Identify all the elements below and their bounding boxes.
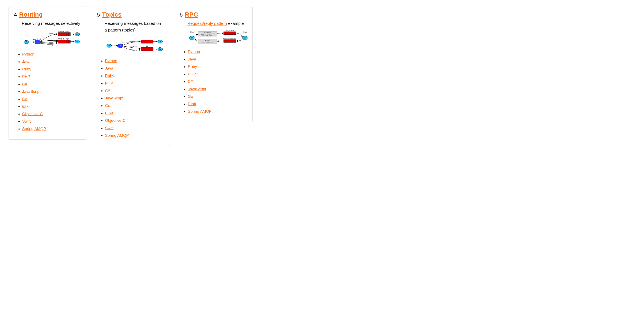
card-title-link[interactable]: Topics	[102, 11, 122, 18]
list-item: JavaScript	[188, 87, 247, 91]
card-title-link[interactable]: RPC	[185, 11, 198, 18]
rpc-queue-label: rpc_queue	[226, 30, 234, 32]
card-number: 6	[180, 12, 183, 18]
card-heading: 6 RPC	[180, 11, 247, 18]
lang-link-go[interactable]: Go	[105, 103, 110, 108]
lang-link-swift[interactable]: Swift	[22, 119, 31, 124]
list-item: PHP	[105, 81, 164, 86]
lang-link-csharp[interactable]: C#	[105, 88, 110, 93]
list-item: Python	[105, 58, 164, 63]
request-title: Request	[204, 31, 211, 33]
card-description: Request/reply pattern example	[188, 20, 247, 27]
language-list: Python Java Ruby PHP C# JavaScript Go El…	[184, 50, 247, 114]
producer-label: P	[26, 41, 27, 43]
lang-link-go[interactable]: Go	[22, 97, 27, 101]
request-reply-pattern-link[interactable]: Request/reply pattern	[188, 21, 227, 26]
lang-link-java[interactable]: Java	[22, 60, 30, 64]
lang-link-php[interactable]: PHP	[105, 81, 113, 85]
list-item: Python	[22, 52, 82, 56]
lang-link-spring-amqp[interactable]: Spring AMQP	[188, 109, 212, 114]
list-item: Swift	[22, 119, 82, 124]
diagram-rpc: Client C Server S Request reply_to=amqp.…	[188, 30, 247, 46]
lang-link-javascript[interactable]: JavaScript	[188, 87, 206, 91]
lang-link-spring-amqp[interactable]: Spring AMQP	[105, 133, 129, 138]
list-item: Spring AMQP	[188, 109, 247, 114]
language-list: Python Java Ruby PHP C# JavaScript Go El…	[101, 58, 164, 138]
diagram-topics: P X type=topic Q1 *.orange.* C₁ Q2	[104, 36, 164, 55]
binding-label: info	[50, 39, 53, 41]
client-label: Client	[190, 31, 194, 33]
list-item: Ruby	[22, 67, 82, 72]
server-node-label: S	[244, 37, 246, 39]
lang-link-swift[interactable]: Swift	[105, 126, 114, 130]
exchange-type-label: type=topic	[122, 41, 129, 43]
lang-link-ruby[interactable]: Ruby	[105, 74, 114, 78]
card-description: Receiving messages selectively	[22, 20, 82, 27]
lang-link-objective-c[interactable]: Objective-C	[22, 112, 43, 116]
binding-label: warning	[47, 44, 53, 46]
list-item: Go	[22, 97, 82, 101]
queue-name: amqp.gen-Ag1...	[58, 38, 70, 40]
lang-link-javascript[interactable]: JavaScript	[22, 89, 40, 94]
lang-link-java[interactable]: Java	[188, 57, 196, 61]
lang-link-elixir[interactable]: Elixir	[22, 104, 31, 108]
lang-link-go[interactable]: Go	[188, 94, 193, 98]
list-item: PHP	[22, 74, 82, 79]
card-number: 5	[97, 12, 100, 18]
list-item: Go	[105, 103, 164, 108]
lang-link-csharp[interactable]: C#	[22, 82, 27, 86]
list-item: Elixir	[188, 102, 247, 106]
card-topics: 5 Topics Receiving messages based on a p…	[91, 6, 170, 146]
list-item: Java	[188, 57, 247, 62]
server-label: Server	[242, 31, 248, 33]
lang-link-php[interactable]: PHP	[188, 72, 196, 76]
diagram-routing: P type=direct X amqp.gen-S9b... error C₁	[22, 30, 82, 49]
consumer-label: C₂	[159, 48, 161, 50]
lang-link-spring-amqp[interactable]: Spring AMQP	[22, 126, 46, 131]
description-suffix: example	[227, 21, 244, 26]
list-item: Elixir	[22, 104, 82, 109]
lang-link-python[interactable]: Python	[105, 58, 117, 63]
list-item: Ruby	[105, 74, 164, 78]
list-item: Java	[105, 66, 164, 71]
list-item: Objective-C	[105, 118, 164, 123]
lang-link-php[interactable]: PHP	[22, 74, 30, 79]
list-item: Elixir	[105, 111, 164, 116]
consumer-label: C₁	[76, 33, 78, 35]
list-item: Swift	[105, 126, 164, 130]
list-item: Spring AMQP	[105, 133, 164, 138]
lang-link-java[interactable]: Java	[105, 66, 113, 70]
list-item: JavaScript	[22, 89, 82, 94]
exchange-type-label: type=direct	[32, 38, 41, 40]
producer-label: P	[108, 45, 110, 47]
card-number: 4	[14, 12, 17, 18]
binding-label: error	[49, 32, 53, 34]
lang-link-ruby[interactable]: Ruby	[22, 67, 31, 71]
lang-link-ruby[interactable]: Ruby	[188, 64, 197, 69]
list-item: PHP	[188, 72, 247, 76]
request-line2: correlation_id=abc	[202, 35, 212, 36]
client-node-label: C	[191, 37, 193, 39]
lang-link-csharp[interactable]: C#	[188, 79, 193, 84]
lang-link-javascript[interactable]: JavaScript	[105, 96, 124, 100]
queue-name: Q1	[146, 38, 148, 40]
list-item: Go	[188, 94, 247, 99]
lang-link-elixir[interactable]: Elixir	[105, 111, 114, 115]
consumer-label: C₂	[76, 40, 78, 43]
reply-title: Reply	[206, 39, 210, 41]
list-item: C#	[105, 88, 164, 93]
binding-label: lazy.#	[132, 50, 137, 52]
lang-link-objective-c[interactable]: Objective-C	[105, 118, 126, 123]
card-routing: 4 Routing Receiving messages selectively…	[8, 6, 87, 140]
request-line1: reply_to=amqp.gen-Xa2...	[200, 33, 215, 34]
reply-line1: correlation_id=abc	[202, 42, 212, 43]
card-title-link[interactable]: Routing	[19, 11, 43, 18]
binding-label: *.*.rabbit	[130, 46, 137, 48]
list-item: Ruby	[188, 64, 247, 69]
list-item: Python	[188, 50, 247, 54]
lang-link-elixir[interactable]: Elixir	[188, 102, 196, 106]
binding-label: *.orange.*	[129, 40, 137, 42]
lang-link-python[interactable]: Python	[22, 52, 34, 56]
lang-link-python[interactable]: Python	[188, 50, 200, 54]
binding-label: error	[49, 42, 53, 43]
